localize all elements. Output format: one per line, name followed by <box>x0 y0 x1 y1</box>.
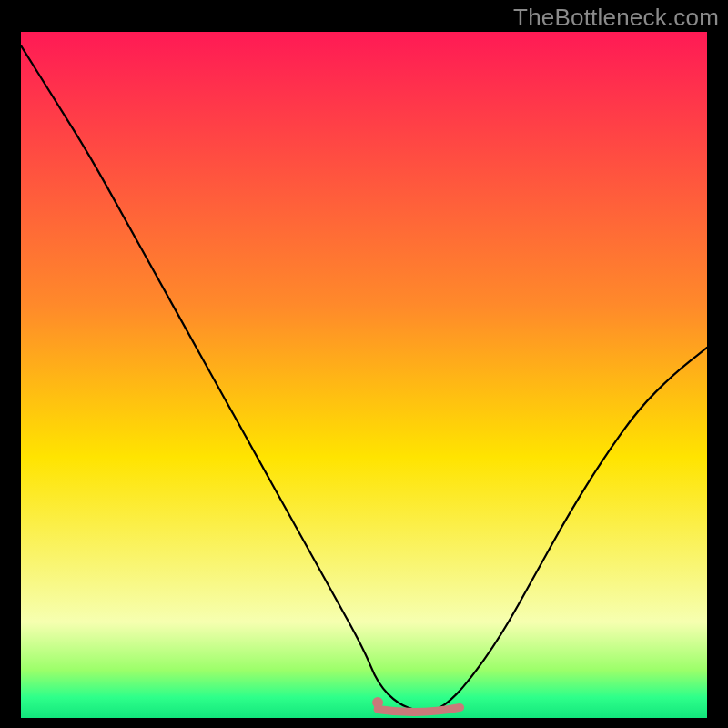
attribution-label: TheBottleneck.com <box>513 4 719 32</box>
chart-frame: TheBottleneck.com <box>0 0 728 728</box>
gradient-background <box>21 32 707 718</box>
bottom-dot <box>372 697 383 708</box>
bottom-highlight <box>378 707 460 712</box>
bottleneck-chart <box>0 0 728 728</box>
